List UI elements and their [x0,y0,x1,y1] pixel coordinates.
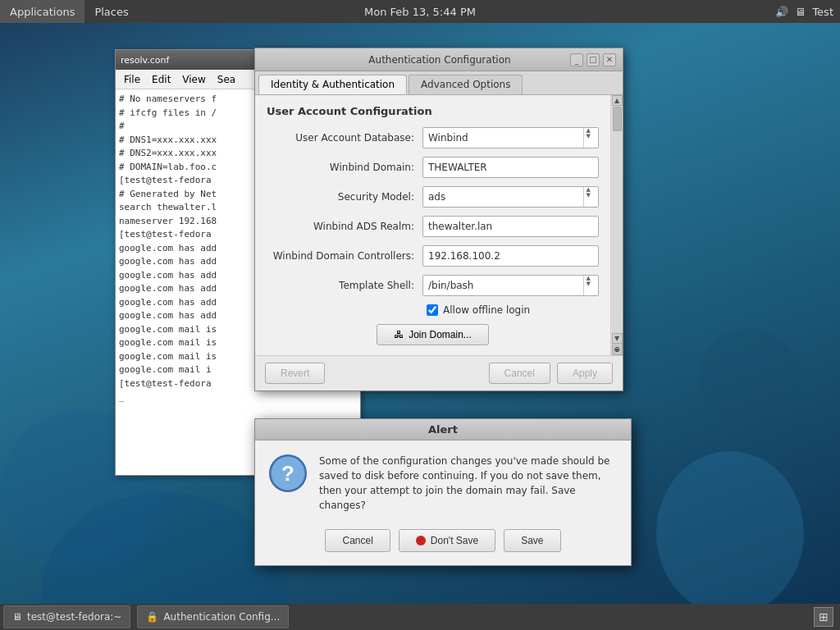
alert-message: Some of the configuration changes you've… [319,454,618,513]
volume-icon: 🔊 [775,6,788,18]
minimize-button[interactable]: _ [570,53,583,66]
template-shell-spinner[interactable]: ▲ ▼ [583,276,593,295]
user-label: Test [812,6,833,18]
auth-scrollbar: ▲ ▼ ⊕ [610,95,623,355]
join-domain-icon: 🖧 [394,329,404,340]
auth-footer: Revert Cancel Apply [255,355,623,390]
winbind-ads-realm-input[interactable]: thewalter.lan [422,216,599,237]
places-menu[interactable]: Places [84,0,138,23]
scrollbar-end: ⊕ [612,344,623,355]
maximize-button[interactable]: □ [587,53,600,66]
desktop: Applications Places Mon Feb 13, 5:44 PM … [0,0,840,630]
auth-content: User Account Configuration User Account … [255,95,610,355]
scrollbar-down[interactable]: ▼ [612,333,623,344]
clock: Mon Feb 13, 5:44 PM [364,6,476,18]
security-model-label: Security Model: [267,191,422,203]
alert-titlebar: Alert [255,419,631,441]
scrollbar-track [612,106,623,333]
menu-view[interactable]: View [177,74,210,85]
section-title: User Account Configuration [267,105,599,117]
user-account-database-row: User Account Database: Winbind ▲ ▼ [267,127,599,148]
scrollbar-thumb[interactable] [613,107,622,131]
svg-text:?: ? [281,461,294,486]
allow-offline-login-label: Allow offline login [443,304,530,316]
bg-decoration [656,451,804,615]
winbind-domain-controllers-label: Winbind Domain Controllers: [267,250,422,262]
join-domain-row: 🖧 Join Domain... [267,324,599,345]
menu-edit[interactable]: Edit [147,74,176,85]
text-editor-title: resolv.conf [121,55,169,66]
alert-save-button[interactable]: Save [504,529,560,552]
alert-icon: ? [268,454,308,513]
tab-advanced-options[interactable]: Advanced Options [409,75,523,94]
cursor-line: _ [119,390,357,404]
taskbar-bottom-right: ⊞ [814,607,833,627]
template-shell-label: Template Shell: [267,280,422,291]
footer-right-buttons: Cancel Apply [489,363,613,384]
auth-config-window: Authentication Configuration _ □ ✕ Ident… [254,48,623,391]
template-shell-row: Template Shell: /bin/bash ▲ ▼ [267,275,599,296]
allow-offline-login-row: Allow offline login [427,304,599,316]
security-model-input[interactable]: ads ▲ ▼ [422,186,599,208]
auth-main-area: User Account Configuration User Account … [255,95,623,355]
auth-window-title: Authentication Configuration [311,54,568,66]
alert-buttons: Cancel Don't Save Save [255,523,631,565]
winbind-domain-label: Winbind Domain: [267,162,422,173]
close-button[interactable]: ✕ [603,53,616,66]
dropdown-arrow[interactable]: ▲ ▼ [583,128,593,148]
red-dot-icon [416,536,426,546]
winbind-ads-realm-label: Winbind ADS Realm: [267,221,422,232]
user-account-database-input[interactable]: Winbind ▲ ▼ [422,127,599,148]
alert-dont-save-button[interactable]: Don't Save [399,529,495,552]
applications-label: Applications [10,6,75,18]
allow-offline-login-checkbox[interactable] [427,304,438,316]
revert-button[interactable]: Revert [265,363,325,384]
security-model-row: Security Model: ads ▲ ▼ [267,186,599,208]
alert-dialog: Alert ? Some of the configuration change… [254,418,632,566]
cancel-button[interactable]: Cancel [489,363,550,384]
security-model-spinner[interactable]: ▲ ▼ [583,187,593,207]
network-icon: 🖥 [795,6,806,18]
winbind-domain-row: Winbind Domain: THEWALTER [267,157,599,178]
window-controls: _ □ ✕ [568,53,616,66]
auth-config-task[interactable]: 🔒 Authentication Config... [137,605,289,628]
user-account-database-label: User Account Database: [267,132,422,144]
tab-identity-auth[interactable]: Identity & Authentication [258,75,407,94]
bg-decoration [701,328,799,427]
join-domain-button[interactable]: 🖧 Join Domain... [377,324,489,345]
auth-task-label: Authentication Config... [163,611,280,623]
template-shell-input[interactable]: /bin/bash ▲ ▼ [422,275,599,296]
winbind-domain-controllers-input[interactable]: 192.168.100.2 [422,245,599,267]
terminal-task[interactable]: 🖥 test@test-fedora:~ [3,605,130,628]
winbind-domain-input[interactable]: THEWALTER [422,157,599,178]
taskbar-top: Applications Places Mon Feb 13, 5:44 PM … [0,0,840,23]
places-label: Places [94,6,128,18]
winbind-domain-controllers-row: Winbind Domain Controllers: 192.168.100.… [267,245,599,267]
menu-sea[interactable]: Sea [212,74,240,85]
applications-menu[interactable]: Applications [0,0,84,23]
show-desktop-button[interactable]: ⊞ [814,607,833,627]
auth-titlebar: Authentication Configuration _ □ ✕ [255,48,623,71]
menu-file[interactable]: File [119,74,145,85]
tab-bar: Identity & Authentication Advanced Optio… [255,71,623,95]
terminal-icon: 🖥 [12,611,22,623]
auth-task-icon: 🔒 [146,611,158,623]
apply-button[interactable]: Apply [557,363,613,384]
taskbar-right: 🔊 🖥 Test [775,6,833,18]
alert-title: Alert [428,423,458,436]
winbind-ads-realm-row: Winbind ADS Realm: thewalter.lan [267,216,599,237]
scrollbar-up[interactable]: ▲ [612,95,623,106]
taskbar-bottom: 🖥 test@test-fedora:~ 🔒 Authentication Co… [0,604,840,630]
alert-body: ? Some of the configuration changes you'… [255,441,631,523]
alert-cancel-button[interactable]: Cancel [325,529,390,552]
terminal-label: test@test-fedora:~ [27,611,121,623]
